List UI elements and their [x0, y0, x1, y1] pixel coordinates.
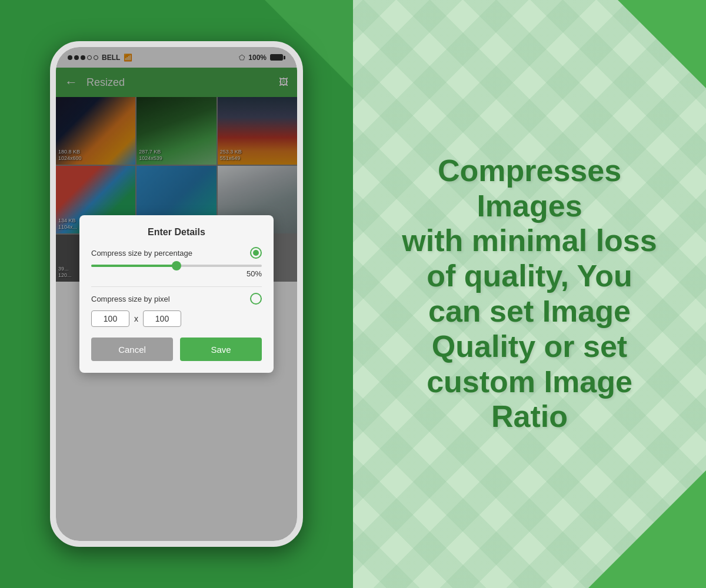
promo-line1: Compresses	[438, 153, 621, 188]
pixel-height-input[interactable]: 100	[143, 310, 181, 327]
dialog-buttons: Cancel Save	[91, 338, 262, 361]
percentage-slider-row[interactable]: 50%	[91, 265, 262, 278]
corner-decoration-tl	[618, 0, 706, 88]
slider-fill	[91, 265, 176, 267]
pixel-separator: x	[134, 314, 138, 323]
percentage-option-row[interactable]: Compress size by percentage	[91, 247, 262, 259]
save-button[interactable]: Save	[180, 338, 262, 361]
percentage-radio[interactable]	[250, 247, 262, 259]
pixel-radio[interactable]	[250, 293, 262, 305]
corner-decoration-br	[588, 470, 706, 588]
promo-line3: with minimal loss	[402, 223, 657, 258]
enter-details-dialog: Enter Details Compress size by percentag…	[79, 215, 274, 373]
dialog-title: Enter Details	[91, 227, 262, 238]
dialog-divider	[91, 286, 262, 287]
right-panel: Compresses Images with minimal loss of q…	[353, 0, 706, 588]
phone-screen: BELL 📶 ⬠ 100% ← Resized	[56, 47, 297, 541]
phone-mockup: BELL 📶 ⬠ 100% ← Resized	[50, 41, 303, 547]
pixel-label: Compress size by pixel	[91, 295, 170, 303]
pixel-width-input[interactable]: 100	[91, 310, 129, 327]
promo-text-block: Compresses Images with minimal loss of q…	[378, 130, 680, 458]
slider-thumb[interactable]	[172, 261, 181, 270]
promo-line5: can set Image	[428, 294, 631, 328]
left-panel: BELL 📶 ⬠ 100% ← Resized	[0, 0, 353, 588]
promo-line8: Ratio	[491, 399, 568, 433]
percentage-label: Compress size by percentage	[91, 249, 192, 258]
promo-line2: Images	[477, 189, 582, 223]
promo-line7: custom Image	[427, 365, 632, 399]
dialog-overlay: Enter Details Compress size by percentag…	[56, 47, 297, 541]
cancel-button[interactable]: Cancel	[91, 338, 173, 361]
slider-track[interactable]	[91, 265, 262, 267]
slider-value: 50%	[91, 269, 262, 278]
promo-line4: of quality, You	[427, 259, 632, 293]
pixel-inputs-row: 100 x 100	[91, 310, 262, 327]
pixel-option-row[interactable]: Compress size by pixel	[91, 293, 262, 305]
promo-line6: Quality or set	[432, 329, 627, 363]
